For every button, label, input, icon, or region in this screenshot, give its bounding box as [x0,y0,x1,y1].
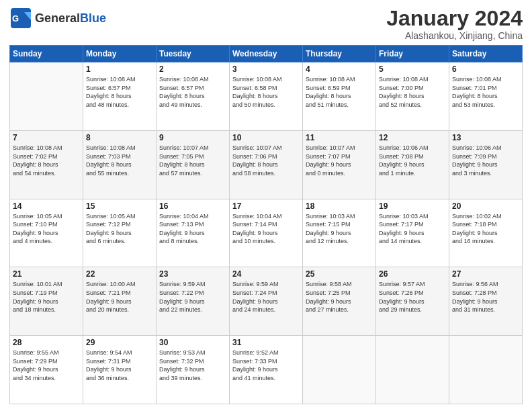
day-number: 20 [452,201,519,211]
day-info: Sunrise: 9:53 AMSunset: 7:32 PMDaylight:… [159,349,226,382]
logo-icon: G [9,7,32,30]
cell-w4-d4: 25Sunrise: 9:58 AMSunset: 7:25 PMDayligh… [303,267,376,336]
day-info: Sunrise: 10:08 AMSunset: 6:57 PMDaylight… [159,75,226,109]
day-number: 5 [379,64,446,74]
cell-w5-d4 [303,336,376,404]
day-info: Sunrise: 10:03 AMSunset: 7:15 PMDaylight… [306,212,373,246]
col-tuesday: Tuesday [157,46,230,62]
day-info: Sunrise: 9:59 AMSunset: 7:24 PMDaylight:… [232,280,300,314]
cell-w4-d2: 23Sunrise: 9:59 AMSunset: 7:22 PMDayligh… [157,267,230,336]
day-number: 25 [306,269,373,279]
day-info: Sunrise: 10:08 AMSunset: 6:59 PMDaylight… [306,75,373,109]
cell-w1-d2: 2Sunrise: 10:08 AMSunset: 6:57 PMDayligh… [157,62,230,131]
day-number: 3 [232,64,300,74]
day-number: 27 [452,269,519,279]
cell-w5-d2: 30Sunrise: 9:53 AMSunset: 7:32 PMDayligh… [157,336,230,404]
day-number: 19 [379,201,446,211]
cell-w1-d6: 6Sunrise: 10:08 AMSunset: 7:01 PMDayligh… [449,62,523,131]
cell-w5-d0: 28Sunrise: 9:55 AMSunset: 7:29 PMDayligh… [10,336,83,404]
day-number: 16 [159,201,226,211]
day-info: Sunrise: 9:55 AMSunset: 7:29 PMDaylight:… [13,349,80,382]
week-row-1: 1Sunrise: 10:08 AMSunset: 6:57 PMDayligh… [10,62,523,131]
col-monday: Monday [83,46,157,62]
cell-w3-d2: 16Sunrise: 10:04 AMSunset: 7:13 PMDaylig… [157,199,230,267]
cell-w4-d3: 24Sunrise: 9:59 AMSunset: 7:24 PMDayligh… [230,267,303,336]
day-number: 30 [159,338,226,347]
day-number: 21 [13,269,80,279]
day-info: Sunrise: 9:52 AMSunset: 7:33 PMDaylight:… [232,349,300,382]
day-info: Sunrise: 10:07 AMSunset: 7:05 PMDaylight… [159,144,226,177]
location: Alashankou, Xinjiang, China [386,30,523,41]
day-info: Sunrise: 10:02 AMSunset: 7:18 PMDaylight… [452,212,519,246]
day-number: 2 [159,64,226,74]
col-sunday: Sunday [10,46,83,62]
col-saturday: Saturday [449,46,523,62]
cell-w3-d0: 14Sunrise: 10:05 AMSunset: 7:10 PMDaylig… [10,199,83,267]
day-info: Sunrise: 10:06 AMSunset: 7:09 PMDaylight… [452,144,519,177]
cell-w1-d1: 1Sunrise: 10:08 AMSunset: 6:57 PMDayligh… [83,62,157,131]
logo-blue-text: Blue [80,11,106,25]
week-row-3: 14Sunrise: 10:05 AMSunset: 7:10 PMDaylig… [10,199,523,267]
day-info: Sunrise: 9:56 AMSunset: 7:28 PMDaylight:… [452,280,519,314]
cell-w5-d3: 31Sunrise: 9:52 AMSunset: 7:33 PMDayligh… [230,336,303,404]
day-info: Sunrise: 10:03 AMSunset: 7:17 PMDaylight… [379,212,446,246]
day-info: Sunrise: 10:01 AMSunset: 7:19 PMDaylight… [13,280,80,314]
svg-text:G: G [12,13,19,24]
cell-w2-d2: 9Sunrise: 10:07 AMSunset: 7:05 PMDayligh… [157,130,230,199]
cell-w2-d5: 12Sunrise: 10:06 AMSunset: 7:08 PMDaylig… [376,130,449,199]
header-row: Sunday Monday Tuesday Wednesday Thursday… [10,46,523,62]
day-number: 12 [379,133,446,142]
col-thursday: Thursday [303,46,376,62]
day-info: Sunrise: 10:05 AMSunset: 7:12 PMDaylight… [86,212,153,246]
cell-w1-d0 [10,62,83,131]
day-number: 1 [86,64,153,74]
cell-w2-d4: 11Sunrise: 10:07 AMSunset: 7:07 PMDaylig… [303,130,376,199]
day-number: 31 [232,338,300,347]
day-info: Sunrise: 10:06 AMSunset: 7:08 PMDaylight… [379,144,446,177]
day-number: 4 [306,64,373,74]
cell-w1-d3: 3Sunrise: 10:08 AMSunset: 6:58 PMDayligh… [230,62,303,131]
day-info: Sunrise: 10:05 AMSunset: 7:10 PMDaylight… [13,212,80,246]
cell-w3-d1: 15Sunrise: 10:05 AMSunset: 7:12 PMDaylig… [83,199,157,267]
day-info: Sunrise: 10:04 AMSunset: 7:13 PMDaylight… [159,212,226,246]
day-number: 6 [452,64,519,74]
day-info: Sunrise: 10:08 AMSunset: 7:02 PMDaylight… [13,144,80,177]
day-number: 23 [159,269,226,279]
cell-w3-d3: 17Sunrise: 10:04 AMSunset: 7:14 PMDaylig… [230,199,303,267]
calendar-body: 1Sunrise: 10:08 AMSunset: 6:57 PMDayligh… [10,62,523,404]
week-row-4: 21Sunrise: 10:01 AMSunset: 7:19 PMDaylig… [10,267,523,336]
cell-w5-d5 [376,336,449,404]
cell-w4-d1: 22Sunrise: 10:00 AMSunset: 7:21 PMDaylig… [83,267,157,336]
cell-w5-d1: 29Sunrise: 9:54 AMSunset: 7:31 PMDayligh… [83,336,157,404]
day-info: Sunrise: 9:54 AMSunset: 7:31 PMDaylight:… [86,349,153,382]
cell-w4-d5: 26Sunrise: 9:57 AMSunset: 7:26 PMDayligh… [376,267,449,336]
day-number: 14 [13,201,80,211]
day-info: Sunrise: 10:08 AMSunset: 6:58 PMDaylight… [232,75,300,109]
col-wednesday: Wednesday [230,46,303,62]
cell-w2-d6: 13Sunrise: 10:06 AMSunset: 7:09 PMDaylig… [449,130,523,199]
day-number: 9 [159,133,226,142]
calendar-header: Sunday Monday Tuesday Wednesday Thursday… [10,46,523,62]
week-row-2: 7Sunrise: 10:08 AMSunset: 7:02 PMDayligh… [10,130,523,199]
day-info: Sunrise: 10:07 AMSunset: 7:06 PMDaylight… [232,144,300,177]
day-number: 28 [13,338,80,347]
page: G GeneralBlue January 2024 Alashankou, X… [0,0,532,411]
day-number: 29 [86,338,153,347]
day-info: Sunrise: 9:58 AMSunset: 7:25 PMDaylight:… [306,280,373,314]
day-number: 18 [306,201,373,211]
logo: G GeneralBlue [9,7,106,30]
cell-w2-d1: 8Sunrise: 10:08 AMSunset: 7:03 PMDayligh… [83,130,157,199]
day-info: Sunrise: 10:07 AMSunset: 7:07 PMDaylight… [306,144,373,177]
cell-w5-d6 [449,336,523,404]
month-title: January 2024 [386,7,523,30]
day-info: Sunrise: 9:57 AMSunset: 7:26 PMDaylight:… [379,280,446,314]
day-info: Sunrise: 10:08 AMSunset: 7:01 PMDaylight… [452,75,519,109]
title-block: January 2024 Alashankou, Xinjiang, China [386,7,523,41]
col-friday: Friday [376,46,449,62]
header: G GeneralBlue January 2024 Alashankou, X… [9,7,523,41]
day-number: 22 [86,269,153,279]
cell-w2-d3: 10Sunrise: 10:07 AMSunset: 7:06 PMDaylig… [230,130,303,199]
day-number: 17 [232,201,300,211]
day-info: Sunrise: 10:08 AMSunset: 6:57 PMDaylight… [86,75,153,109]
day-number: 15 [86,201,153,211]
